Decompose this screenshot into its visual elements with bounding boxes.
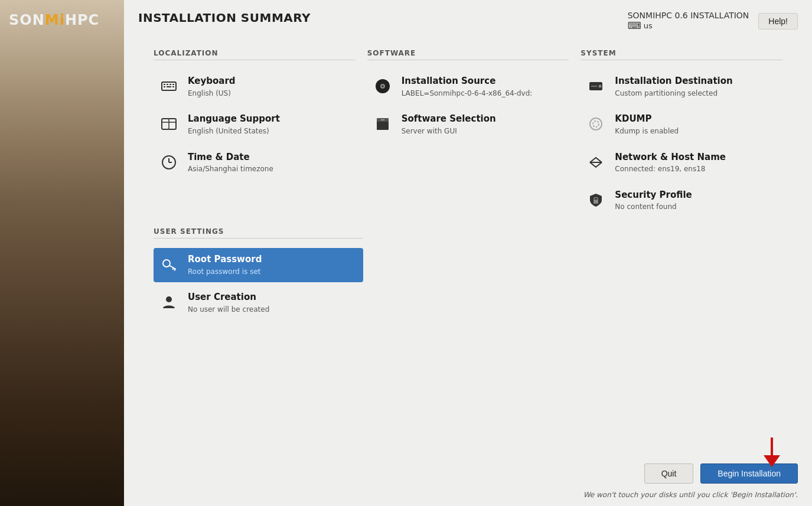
security-icon <box>585 190 606 211</box>
security-item[interactable]: Security Profile No content found <box>581 184 782 218</box>
package-icon <box>372 113 393 135</box>
software-selection-title: Software Selection <box>402 113 565 125</box>
time-text: Time & Date Asia/Shanghai timezone <box>188 152 351 174</box>
network-icon <box>585 152 606 173</box>
svg-rect-6 <box>167 86 171 87</box>
content-area: LOCALIZATION <box>124 37 812 456</box>
logo-mi: Mi <box>45 12 65 28</box>
disc-icon <box>372 76 393 97</box>
kdump-text: KDUMP Kdump is enabled <box>615 113 778 136</box>
dest-title: Installation Destination <box>615 76 778 87</box>
footer-note: We won't touch your disks until you clic… <box>583 491 798 499</box>
time-title: Time & Date <box>188 152 351 164</box>
kdump-subtitle: Kdump is enabled <box>615 126 778 136</box>
network-title: Network & Host Name <box>615 152 778 164</box>
hdd-icon <box>585 76 606 97</box>
source-subtitle: LABEL=Sonmihpc-0-6-4-x86_64-dvd: <box>402 89 565 99</box>
security-text: Security Profile No content found <box>615 190 778 212</box>
svg-rect-2 <box>167 84 168 85</box>
kdump-icon <box>585 113 606 135</box>
time-date-item[interactable]: Time & Date Asia/Shanghai timezone <box>154 146 356 180</box>
system-section: SYSTEM Installation Destination Custom p… <box>575 49 788 221</box>
user-settings-section: USER SETTINGS Root Password Root passwor… <box>154 227 363 324</box>
installation-source-item[interactable]: Installation Source LABEL=Sonmihpc-0-6-4… <box>367 70 569 104</box>
network-text: Network & Host Name Connected: ens19, en… <box>615 152 778 174</box>
page-title: INSTALLATION SUMMARY <box>138 11 311 25</box>
root-password-text: Root Password Root password is set <box>188 254 358 276</box>
key-icon <box>158 254 180 275</box>
svg-point-21 <box>599 85 602 88</box>
software-selection-text: Software Selection Server with GUI <box>402 113 565 136</box>
user-creation-text: User Creation No user will be created <box>188 292 358 314</box>
clock-icon <box>158 152 180 173</box>
kdump-title: KDUMP <box>615 113 778 125</box>
main-panel: INSTALLATION SUMMARY SONMIHPC 0.6 INSTAL… <box>124 0 812 506</box>
user-creation-item[interactable]: User Creation No user will be created <box>154 286 363 320</box>
svg-rect-26 <box>593 200 598 204</box>
svg-rect-5 <box>164 86 165 87</box>
keyboard-lang: us <box>644 21 653 30</box>
bottom-buttons: Quit Begin Installation <box>644 463 798 484</box>
network-item[interactable]: Network & Host Name Connected: ens19, en… <box>581 146 782 180</box>
keyboard-icon: ⌨ <box>628 20 641 31</box>
install-label: SONMIHPC 0.6 INSTALLATION ⌨ us <box>628 11 749 31</box>
dest-text: Installation Destination Custom partitio… <box>615 76 778 98</box>
software-section: SOFTWARE Installation Source LABEL=Sonmi… <box>361 49 575 221</box>
help-button[interactable]: Help! <box>758 13 798 30</box>
keyboard-indicator: ⌨ us <box>628 20 749 31</box>
source-text: Installation Source LABEL=Sonmihpc-0-6-4… <box>402 76 565 98</box>
logo-son: SON <box>9 12 45 28</box>
installation-dest-item[interactable]: Installation Destination Custom partitio… <box>581 70 782 104</box>
header-right: SONMIHPC 0.6 INSTALLATION ⌨ us Help! <box>628 11 798 31</box>
language-item[interactable]: Language Support English (United States) <box>154 107 356 142</box>
user-creation-title: User Creation <box>188 292 358 303</box>
language-icon <box>158 113 180 135</box>
sections-grid: LOCALIZATION <box>148 49 788 221</box>
keyboard-title: Keyboard <box>188 76 351 87</box>
user-creation-subtitle: No user will be created <box>188 305 358 315</box>
sidebar: SONMiHPC <box>0 0 124 506</box>
keyboard-subtitle: English (US) <box>188 89 351 99</box>
keyboard-item[interactable]: Keyboard English (US) <box>154 70 356 104</box>
root-password-title: Root Password <box>188 254 358 266</box>
localization-heading: LOCALIZATION <box>154 49 356 60</box>
begin-container: Begin Installation <box>700 463 798 484</box>
svg-rect-1 <box>164 84 165 85</box>
source-title: Installation Source <box>402 76 565 87</box>
software-heading: SOFTWARE <box>367 49 569 60</box>
logo: SONMiHPC <box>9 12 99 28</box>
root-password-item[interactable]: Root Password Root password is set <box>154 248 363 282</box>
dest-subtitle: Custom partitioning selected <box>615 89 778 99</box>
svg-rect-19 <box>381 119 384 120</box>
language-title: Language Support <box>188 113 351 125</box>
network-subtitle: Connected: ens19, ens18 <box>615 164 778 174</box>
svg-point-16 <box>381 86 383 87</box>
svg-point-23 <box>590 118 602 130</box>
svg-point-31 <box>166 296 172 302</box>
svg-rect-7 <box>172 86 174 87</box>
svg-rect-3 <box>169 84 171 85</box>
user-settings-heading: USER SETTINGS <box>154 227 363 239</box>
software-selection-subtitle: Server with GUI <box>402 126 565 136</box>
empty-area <box>363 227 782 324</box>
language-text: Language Support English (United States) <box>188 113 351 136</box>
language-subtitle: English (United States) <box>188 126 351 136</box>
logo-hpc: HPC <box>65 12 99 28</box>
keyboard-text: Keyboard English (US) <box>188 76 351 98</box>
footer: Quit Begin Installation We won't touch y… <box>124 456 812 506</box>
localization-section: LOCALIZATION <box>148 49 361 221</box>
quit-button[interactable]: Quit <box>644 463 694 484</box>
arrow-indicator <box>764 438 780 469</box>
system-heading: SYSTEM <box>581 49 782 60</box>
user-icon <box>158 292 180 313</box>
keyboard-icon <box>158 76 180 97</box>
svg-rect-4 <box>172 84 174 85</box>
svg-rect-17 <box>377 120 389 130</box>
begin-installation-button[interactable]: Begin Installation <box>700 463 798 484</box>
software-selection-item[interactable]: Software Selection Server with GUI <box>367 107 569 142</box>
svg-point-24 <box>593 121 599 127</box>
kdump-item[interactable]: KDUMP Kdump is enabled <box>581 107 782 142</box>
root-password-subtitle: Root password is set <box>188 267 358 277</box>
security-subtitle: No content found <box>615 202 778 212</box>
security-title: Security Profile <box>615 190 778 201</box>
